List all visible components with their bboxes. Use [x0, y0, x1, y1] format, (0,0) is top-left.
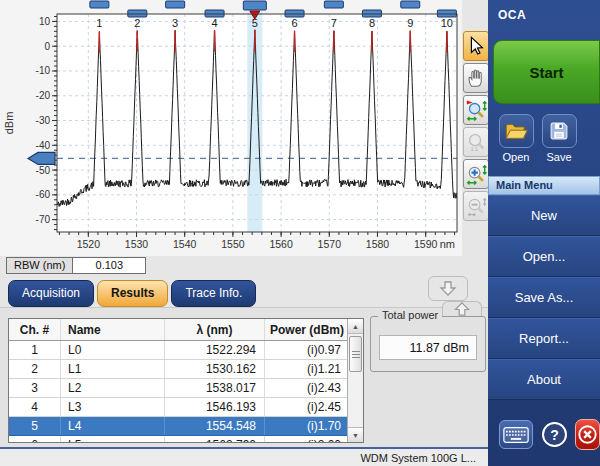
channel-marker[interactable] [324, 1, 343, 8]
open-button-label: Open [494, 151, 538, 163]
tab-trace-info[interactable]: Trace Info. [171, 280, 256, 307]
main-menu-items: NewOpen...Save As...Report...About [488, 195, 600, 400]
threshold-arrow-icon[interactable] [28, 152, 55, 164]
table-row[interactable]: 6L51562.790(i)2.00 [9, 436, 363, 443]
x-tick-label: 1580 [366, 238, 390, 250]
rbw-field: RBW (nm) 0.103 [6, 257, 146, 274]
channel-number-label: 8 [369, 17, 375, 29]
status-text: WDM System 100G L... [360, 452, 476, 464]
rbw-value[interactable]: 0.103 [73, 258, 145, 273]
table-row[interactable]: 1L01522.294(i)0.97 [9, 341, 363, 360]
expand-panel-button[interactable] [442, 301, 482, 317]
select-cursor-icon [465, 34, 487, 58]
zoom-out-tool[interactable] [463, 191, 489, 221]
keyboard-icon [503, 426, 529, 444]
cell: 1538.017 [165, 379, 265, 397]
table-scrollbar[interactable]: ▲ ▼ [347, 319, 363, 442]
channel-number-label: 3 [172, 17, 178, 29]
svg-text:1:1: 1:1 [471, 146, 479, 152]
sidebar-bottom-icons: ? [488, 417, 600, 457]
start-button[interactable]: Start [493, 40, 600, 104]
pan-hand-icon [465, 66, 487, 90]
zoom-out-icon [465, 194, 487, 218]
scroll-up-icon[interactable]: ▲ [348, 319, 363, 334]
menu-item-about[interactable]: About [488, 359, 600, 400]
zoom-1-1-tool[interactable]: 1:1 [463, 127, 489, 157]
cell: (i)2.45 [265, 398, 349, 416]
zoom-1-1-icon: 1:1 [465, 130, 487, 154]
x-axis-unit-label: nm [440, 238, 455, 250]
main-menu-header: Main Menu [488, 176, 600, 195]
channel-marker[interactable] [401, 1, 420, 8]
rbw-label: RBW (nm) [7, 258, 73, 273]
cell: (i)2.43 [265, 379, 349, 397]
x-tick-label: 1590 [414, 238, 438, 250]
cell: 3 [9, 379, 61, 397]
cell: 1562.790 [165, 436, 265, 443]
cell: 6 [9, 436, 61, 443]
tab-results[interactable]: Results [97, 280, 168, 307]
cell: 1554.548 [165, 417, 265, 435]
cell: Ch. # [9, 319, 61, 340]
channel-number-label: 9 [407, 17, 413, 29]
channel-marker[interactable] [166, 1, 185, 8]
open-folder-icon [503, 120, 529, 142]
zoom-in-icon [465, 162, 487, 186]
cell: 1 [9, 341, 61, 359]
help-icon: ? [542, 422, 567, 447]
channel-marker[interactable] [90, 1, 109, 8]
x-tick-label: 1540 [173, 238, 197, 250]
total-power-group: Total power 11.87 dBm [370, 316, 486, 372]
y-tick-label: -20 [36, 90, 51, 101]
y-tick-label: -60 [36, 189, 51, 200]
table-row[interactable]: 2L11530.162(i)1.21 [9, 360, 363, 379]
cell: L1 [61, 360, 165, 378]
table-row[interactable]: 4L31546.193(i)2.45 [9, 398, 363, 417]
expand-up-icon [452, 302, 472, 317]
collapse-panel-button[interactable] [428, 276, 468, 301]
keyboard-button[interactable] [499, 420, 533, 449]
cell: 2 [9, 360, 61, 378]
zoom-selection-tool[interactable] [463, 95, 489, 125]
channel-marker[interactable] [243, 1, 266, 10]
channel-number-label: 1 [96, 17, 102, 29]
channel-number-label: 10 [441, 17, 453, 29]
y-axis-unit-label: dBm [3, 112, 15, 135]
scroll-down-icon[interactable]: ▼ [348, 427, 363, 442]
channel-number-label: 6 [291, 17, 297, 29]
save-file-button[interactable]: Save [537, 114, 581, 163]
zoom-in-tool[interactable] [463, 159, 489, 189]
x-tick-label: 1530 [125, 238, 149, 250]
channel-table-rows: Ch. #Nameλ (nm)Power (dBm)1L01522.294(i)… [9, 319, 363, 443]
cell: 1546.193 [165, 398, 265, 416]
total-power-label: Total power [378, 309, 442, 321]
open-file-button[interactable]: Open [494, 114, 538, 163]
y-tick-label: -30 [36, 115, 51, 126]
menu-item-new[interactable]: New [488, 195, 600, 236]
table-row[interactable]: 5L41554.548(i)1.70 [9, 417, 363, 436]
spectrum-chart-panel: 1234567891015201530154015501560157015801… [0, 0, 462, 256]
scrollbar-thumb[interactable] [349, 336, 362, 372]
x-tick-label: 1520 [77, 238, 101, 250]
spectrum-chart: 1234567891015201530154015501560157015801… [0, 0, 462, 256]
zoom-selection-icon [465, 98, 487, 122]
menu-item-save-as[interactable]: Save As... [488, 277, 600, 318]
cell: L2 [61, 379, 165, 397]
y-tick-label: -40 [36, 140, 51, 151]
cell: λ (nm) [165, 319, 265, 340]
menu-item-report[interactable]: Report... [488, 318, 600, 359]
table-row[interactable]: 3L21538.017(i)2.43 [9, 379, 363, 398]
app-title: OCA [498, 8, 526, 22]
menu-item-open[interactable]: Open... [488, 236, 600, 277]
tab-acquisition[interactable]: Acquisition [8, 280, 94, 307]
y-tick-label: -50 [36, 165, 51, 176]
select-cursor-tool[interactable] [463, 31, 489, 61]
help-button[interactable]: ? [540, 420, 569, 449]
close-button[interactable] [575, 419, 600, 450]
channel-number-label: 4 [211, 17, 217, 29]
pan-hand-tool[interactable] [463, 63, 489, 93]
cell: Power (dBm) [265, 319, 349, 340]
channel-number-label: 5 [252, 17, 258, 29]
start-button-label: Start [529, 64, 563, 81]
x-tick-label: 1570 [318, 238, 342, 250]
